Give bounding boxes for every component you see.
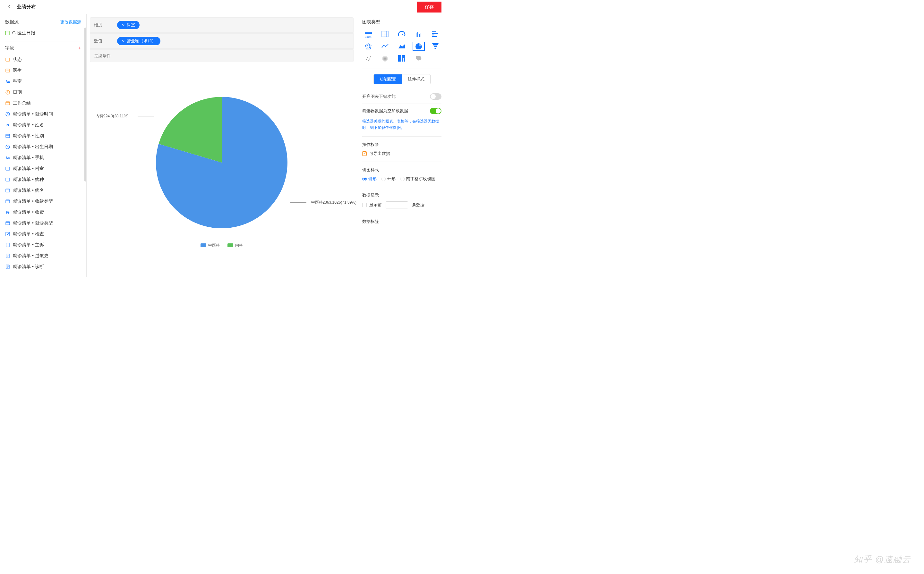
drill-label: 开启图表下钻功能: [362, 94, 396, 99]
filter-load-label: 筛选器数据为空加载数据: [362, 108, 408, 114]
chart-legend: 中医科 内科: [201, 243, 243, 248]
field-item[interactable]: 状态: [5, 54, 86, 65]
form-icon: [5, 31, 9, 35]
field-type-icon: [5, 145, 10, 149]
legend-item[interactable]: 内科: [227, 243, 243, 248]
field-label: 科室: [13, 79, 22, 84]
field-label: 就诊清单 • 出生日期: [13, 144, 53, 150]
field-label: 就诊清单 • 就诊类型: [13, 220, 53, 226]
field-type-icon: [5, 177, 10, 182]
field-item[interactable]: 99就诊清单 • 收费: [5, 207, 86, 218]
chart-area: 内科924.0(28.11%) 中医科2363.1026(71.89%) 中医科…: [90, 69, 354, 274]
change-datasource-link[interactable]: 更改数据源: [60, 19, 81, 25]
charttype-hbar[interactable]: [429, 30, 441, 38]
field-type-icon: [5, 265, 10, 269]
svg-point-69: [384, 58, 386, 60]
filter-load-toggle[interactable]: [430, 108, 441, 114]
charttype-funnel[interactable]: [429, 42, 441, 50]
svg-point-65: [370, 57, 371, 57]
charttype-table[interactable]: [379, 30, 391, 38]
field-type-icon: [5, 166, 10, 171]
legend-swatch: [201, 243, 206, 247]
export-checkbox[interactable]: [362, 151, 367, 156]
svg-marker-59: [432, 43, 439, 45]
field-item[interactable]: 日期: [5, 87, 86, 98]
field-item[interactable]: 就诊清单 • 科室: [5, 163, 86, 174]
tab-function-config[interactable]: 功能配置: [374, 74, 402, 84]
page-title-input[interactable]: [16, 3, 78, 11]
show-top-input[interactable]: [385, 201, 408, 208]
field-item[interactable]: 就诊清单 • 性别: [5, 131, 86, 142]
field-item[interactable]: Aa科室: [5, 76, 86, 87]
field-item[interactable]: 就诊清单 • 就诊时间: [5, 109, 86, 120]
radio-donut[interactable]: 环形: [381, 176, 396, 182]
field-item[interactable]: Aa就诊清单 • 手机: [5, 152, 86, 163]
field-item[interactable]: 工作总结: [5, 98, 86, 109]
field-item[interactable]: 就诊清单 • 过敏史: [5, 251, 86, 261]
datasource-row[interactable]: G-医生日报: [5, 28, 81, 41]
field-item[interactable]: 就诊清单 • 出生日期: [5, 142, 86, 152]
charttype-heatmap[interactable]: [379, 54, 391, 63]
field-label: 就诊清单 • 检查: [13, 231, 44, 237]
charttype-treemap[interactable]: [396, 54, 408, 63]
back-button[interactable]: [5, 3, 13, 11]
filter-hint: 筛选器关联的图表、表格等，在筛选器无数据时，则不加载任何数据。: [362, 118, 441, 137]
charttype-pie[interactable]: [412, 42, 425, 50]
field-type-icon: [5, 101, 10, 106]
charttype-area[interactable]: [396, 42, 408, 50]
field-item[interactable]: 就诊清单 • 就诊类型: [5, 218, 86, 229]
field-item[interactable]: 就诊清单 • 收款类型: [5, 196, 86, 207]
svg-line-46: [402, 34, 403, 35]
tab-component-style[interactable]: 组件样式: [402, 74, 430, 84]
field-label: 就诊清单 • 就诊时间: [13, 111, 53, 117]
field-item[interactable]: 就诊清单 • 姓名: [5, 120, 86, 131]
dimension-pill[interactable]: 科室: [117, 21, 139, 29]
show-top-checkbox[interactable]: [362, 203, 367, 207]
field-type-icon: 99: [5, 210, 10, 214]
value-pill[interactable]: 营业额（求和）: [117, 37, 160, 45]
data-display-label: 数据显示: [362, 192, 441, 198]
field-item[interactable]: 就诊清单 • 诊断: [5, 261, 86, 272]
datasource-label: 数据源: [5, 19, 19, 25]
add-field-icon[interactable]: +: [78, 45, 81, 51]
field-item[interactable]: 就诊清单 • 主诉: [5, 240, 86, 251]
charttype-bar[interactable]: [412, 30, 425, 38]
value-label: 数值: [94, 38, 117, 44]
show-top-prefix: 显示前: [369, 202, 382, 208]
filter-label: 过滤条件: [94, 53, 117, 59]
field-item[interactable]: 就诊清单 • 病名: [5, 185, 86, 196]
field-label: 就诊清单 • 主诉: [13, 242, 44, 248]
drill-toggle[interactable]: [430, 93, 441, 100]
field-label: 就诊清单 • 病名: [13, 188, 44, 193]
charttype-scatter[interactable]: [362, 54, 374, 63]
charttype-line[interactable]: [379, 42, 391, 50]
svg-rect-41: [382, 31, 388, 37]
main: 维度 科室 数值 营业额（求和） 过滤条件: [87, 14, 357, 277]
legend-item[interactable]: 中医科: [201, 243, 220, 248]
svg-marker-61: [434, 48, 436, 49]
save-button[interactable]: 保存: [417, 2, 441, 13]
fields-label: 字段: [5, 45, 14, 51]
radio-rose[interactable]: 南丁格尔玫瑰图: [400, 176, 435, 182]
field-item[interactable]: 医生: [5, 65, 86, 76]
field-type-icon: [5, 90, 10, 95]
svg-rect-21: [6, 189, 9, 192]
pie-style-label: 饼图样式: [362, 167, 441, 173]
svg-marker-60: [433, 46, 437, 47]
charttype-number[interactable]: 4,801: [362, 30, 374, 38]
field-item[interactable]: 就诊清单 • 病种: [5, 174, 86, 185]
svg-point-62: [366, 59, 367, 60]
charttype-gauge[interactable]: [396, 30, 408, 38]
field-label: 就诊清单 • 诊断: [13, 264, 44, 270]
filter-row[interactable]: 过滤条件: [90, 49, 354, 62]
svg-rect-70: [398, 55, 401, 62]
field-label: 医生: [13, 68, 22, 73]
field-item[interactable]: 就诊清单 • 检查: [5, 229, 86, 240]
field-label: 就诊清单 • 姓名: [13, 122, 44, 128]
field-label: 就诊清单 • 病种: [13, 177, 44, 183]
charttype-map[interactable]: [412, 54, 425, 63]
field-type-icon: [5, 254, 10, 258]
charttype-radar[interactable]: [362, 42, 374, 50]
field-label: 就诊清单 • 性别: [13, 133, 44, 139]
radio-pie[interactable]: 饼形: [362, 176, 377, 182]
